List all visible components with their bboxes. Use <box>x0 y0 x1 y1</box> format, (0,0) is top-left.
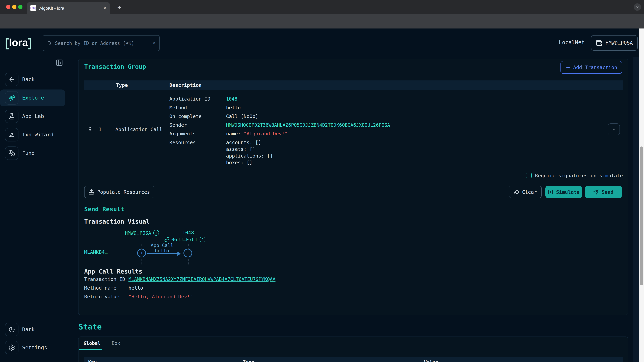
paper-plane-icon <box>593 189 599 195</box>
result-row: Transaction IDMLAMKB4ANXZ5NA2XY7ZNF3EAIR… <box>84 277 276 285</box>
window-minimize-button[interactable] <box>12 5 16 9</box>
sidebar-collapse-icon[interactable] <box>56 59 63 66</box>
new-tab-button[interactable]: + <box>114 2 125 13</box>
return-value: "Hello, Algorand Dev!" <box>128 294 193 299</box>
description-row: Application ID1048 <box>170 96 237 102</box>
coins-icon <box>8 150 15 157</box>
tab-global[interactable]: Global <box>84 341 100 346</box>
state-title: State <box>78 323 102 331</box>
search-clear-icon[interactable]: ✕ <box>152 40 155 45</box>
sidebar-item-label: Explore <box>22 89 44 106</box>
result-label: Method name <box>84 285 128 291</box>
sidebar-item-explore[interactable]: Explore <box>0 89 65 106</box>
state-table-header: Key Type Value <box>84 357 623 362</box>
sender-address-link[interactable]: HMWDSHQCOPD2T36WBAHLAZ6PO5GDJJZBN4D2TODK… <box>226 122 390 128</box>
tab-close-icon[interactable]: ✕ <box>103 5 107 10</box>
column-type: Type <box>116 80 128 90</box>
sidebar-item-app-lab[interactable]: App Lab <box>0 108 65 125</box>
add-transaction-button[interactable]: Add Transaction <box>560 61 622 74</box>
sidebar-item-label: Dark <box>22 321 35 338</box>
transaction-group-card: Transaction Group Add Transaction Type D… <box>78 59 628 315</box>
send-button[interactable]: Send <box>585 186 622 198</box>
result-row: Return value"Hello, Algorand Dev!" <box>84 294 276 303</box>
field-label: On complete <box>170 114 226 119</box>
group-badge: 2 <box>200 237 206 242</box>
graph-node-from[interactable]: 1 <box>137 249 146 257</box>
graph-edge-label: App Call hello <box>146 243 178 253</box>
app-id-link[interactable]: 1048 <box>182 230 194 235</box>
browser-scrollbar-thumb[interactable] <box>640 146 643 285</box>
search-input[interactable] <box>55 40 150 46</box>
network-label[interactable]: LocalNet <box>559 39 585 45</box>
wallet-icon <box>596 39 602 46</box>
sidebar-item-txn-wizard[interactable]: Txn Wizard <box>0 126 65 143</box>
simulate-label: Simulate <box>556 189 580 195</box>
send-label: Send <box>602 189 614 195</box>
transaction-id-link[interactable]: MLAMKB4ANXZ5NA2XY7ZNF3EAIROHVWPAB4A7CLT6… <box>128 277 276 282</box>
edge-label-type: App Call <box>146 243 178 248</box>
row-index: 1 <box>98 127 102 132</box>
field-label: Sender <box>170 122 226 128</box>
row-menu-button[interactable] <box>608 123 620 135</box>
search-icon <box>47 40 52 45</box>
sidebar-item-fund[interactable]: Fund <box>0 145 65 162</box>
window-close-button[interactable] <box>6 5 10 9</box>
field-value: boxes: [] <box>226 160 252 165</box>
sidebar-item-settings[interactable]: Settings <box>0 339 65 356</box>
field-label: Method <box>170 105 226 110</box>
sidebar-item-label: Back <box>22 71 35 88</box>
argument-name: name: <box>226 131 244 136</box>
add-transaction-label: Add Transaction <box>573 65 617 70</box>
description-row: Methodhello <box>170 105 241 110</box>
graph-group-header: 06JJ…F7CI 2 <box>151 237 218 242</box>
application-id-link[interactable]: 1048 <box>226 96 237 102</box>
app-call-results: Transaction IDMLAMKB4ANXZ5NA2XY7ZNF3EAIR… <box>84 277 276 303</box>
sidebar-item-theme[interactable]: Dark <box>0 321 65 338</box>
sidebar-item-label: Txn Wizard <box>22 126 54 143</box>
result-row: Method namehello <box>84 285 276 294</box>
screen: [ak] AlgoKit - lora ✕ + lora.algokit.io/… <box>0 0 644 362</box>
chain-link-icon <box>164 237 169 242</box>
graph-arrowhead <box>178 252 181 256</box>
description-row: On completeCall (NoOp) <box>170 114 258 119</box>
table-header: Type Description <box>84 80 623 90</box>
tab-favicon: [ak] <box>30 5 36 11</box>
drag-handle-icon[interactable] <box>87 126 92 132</box>
window-zoom-button[interactable] <box>18 5 22 9</box>
column-key: Key <box>88 359 97 362</box>
field-label: Arguments <box>170 131 226 136</box>
clear-button[interactable]: Clear <box>509 186 542 198</box>
field-value: assets: [] <box>226 146 256 152</box>
result-label: Transaction ID <box>84 277 128 282</box>
populate-resources-button[interactable]: Populate Resources <box>84 186 154 198</box>
kebab-icon <box>611 127 616 132</box>
field-label: Resources <box>170 140 226 145</box>
description-row: SenderHMWDSHQCOPD2T36WBAHLAZ6PO5GDJJZBN4… <box>170 122 390 128</box>
require-signatures-checkbox[interactable] <box>526 173 532 178</box>
description-row: boxes: [] <box>170 160 252 165</box>
result-label: Return value <box>84 294 128 299</box>
browser-tab[interactable]: [ak] AlgoKit - lora ✕ <box>27 2 110 14</box>
tab-search-chevron-icon[interactable] <box>634 3 641 11</box>
group-link[interactable]: 06JJ…F7CI <box>171 237 198 242</box>
signatures-row: Require signatures on simulate <box>84 173 623 178</box>
lora-app: [lora] ✕ LocalNet HMWD…PQSA Back Explore <box>0 28 639 362</box>
sidebar-item-label: App Lab <box>22 108 44 125</box>
tab-box[interactable]: Box <box>112 341 120 346</box>
browser-scrollbar-track[interactable] <box>639 28 644 362</box>
graph-node-to[interactable] <box>184 249 192 257</box>
eraser-icon <box>514 189 519 195</box>
simulate-button[interactable]: Simulate <box>546 186 582 198</box>
wallet-button[interactable]: HMWD…PQSA <box>591 35 638 51</box>
account-link[interactable]: HMWD…PQSA <box>125 230 151 236</box>
sidebar-item-label: Fund <box>22 145 35 162</box>
browser-toolbar: lora.algokit.io/localnet/application/104… <box>0 14 644 28</box>
result-value: hello <box>128 285 143 291</box>
search-box[interactable]: ✕ <box>42 35 160 51</box>
app-call-results-title: App Call Results <box>84 268 142 275</box>
transaction-row-link[interactable]: MLAMKB4… <box>84 249 108 255</box>
field-value: accounts: [] <box>226 140 261 145</box>
lora-logo[interactable]: [lora] <box>5 36 32 49</box>
edge-label-method: hello <box>146 248 178 253</box>
sidebar-item-back[interactable]: Back <box>0 71 65 88</box>
